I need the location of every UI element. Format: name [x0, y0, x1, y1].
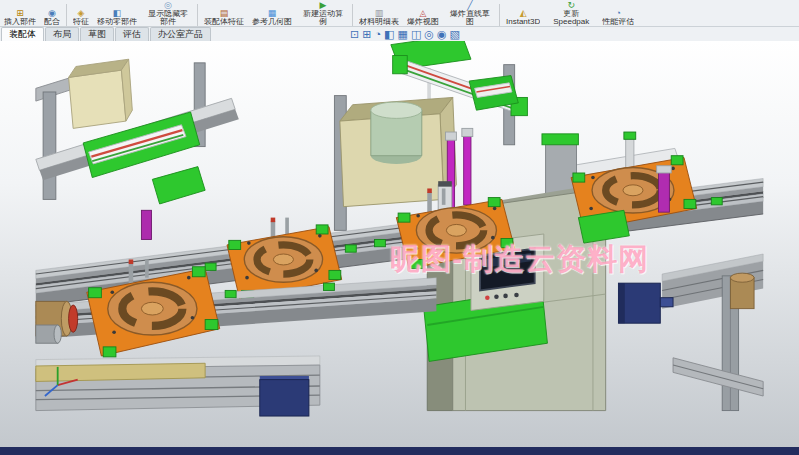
tab-office-products[interactable]: 办公室产品 — [150, 27, 211, 41]
exploded-view-icon: ◬ — [420, 9, 427, 18]
ribbon-separator — [66, 4, 67, 26]
section-view-icon[interactable]: ◧ — [384, 27, 394, 41]
insert-component-button[interactable]: ⊞ 插入部件 — [0, 0, 40, 26]
bottom-bar — [0, 447, 799, 455]
display-style-icon[interactable]: ◫ — [411, 27, 421, 41]
explode-line-sketch-icon: ╱ — [467, 1, 472, 10]
navy-electrical-box-left[interactable] — [260, 376, 309, 416]
features-icon: ◈ — [78, 9, 85, 18]
previous-view-icon[interactable]: ◔ — [374, 27, 381, 41]
edit-appearance-icon[interactable]: ◉ — [437, 27, 447, 41]
bottom-right-conveyor[interactable] — [662, 254, 763, 411]
new-motion-study-button[interactable]: ▶ 新建运动算例 — [296, 0, 350, 26]
move-component-button[interactable]: ◧ 移动零部件 — [93, 0, 141, 26]
ribbon-separator — [499, 4, 500, 26]
update-speedpak-button[interactable]: ↻ 更新 Speedpak — [544, 0, 598, 26]
mate-icon: ◉ — [48, 9, 56, 18]
assembly-features-icon: ▤ — [220, 9, 229, 18]
performance-evaluation-button[interactable]: ◔ 性能评估 — [598, 0, 638, 26]
graphics-viewport[interactable]: 昵图-制造云资料网 — [0, 41, 799, 447]
zoom-area-icon[interactable]: ⊞ — [362, 27, 371, 41]
ribbon-separator — [352, 4, 353, 26]
tab-layout[interactable]: 布局 — [45, 27, 79, 41]
apply-scene-icon[interactable]: ▧ — [450, 27, 460, 41]
ribbon-toolbar: ⊞ 插入部件 ◉ 配合 ◈ 特征 ◧ 移动零部件 ◎ 显示隐藏零部件 ▤ 装配体… — [0, 0, 799, 27]
ribbon-separator — [197, 4, 198, 26]
show-hidden-components-icon: ◎ — [164, 1, 172, 10]
view-orientation-icon[interactable]: ▦ — [398, 27, 408, 41]
tab-assembly[interactable]: 装配体 — [1, 27, 44, 41]
bill-of-materials-icon: ▥ — [375, 9, 384, 18]
hide-show-items-icon[interactable]: ◎ — [424, 27, 434, 41]
bill-of-materials-button[interactable]: ▥ 材料明细表 — [355, 0, 403, 26]
solidworks-window: ⊞ 插入部件 ◉ 配合 ◈ 特征 ◧ 移动零部件 ◎ 显示隐藏零部件 ▤ 装配体… — [0, 0, 799, 455]
assembly-features-button[interactable]: ▤ 装配体特征 — [200, 0, 248, 26]
control-screen[interactable] — [480, 249, 535, 291]
tab-row: 装配体 布局 草图 评估 办公室产品 ⊡ ⊞ ◔ ◧ ▦ ◫ ◎ ◉ ▧ — [0, 27, 799, 41]
assembly-3d-model[interactable] — [0, 41, 799, 447]
tab-sketch[interactable]: 草图 — [80, 27, 114, 41]
instant3d-button[interactable]: ◭ Instant3D — [502, 0, 544, 26]
move-component-icon: ◧ — [113, 9, 122, 18]
left-edge-cylinder[interactable] — [36, 301, 78, 343]
performance-evaluation-icon: ◔ — [616, 9, 621, 18]
left-station[interactable] — [36, 59, 239, 239]
reference-geometry-icon: ▦ — [268, 9, 277, 18]
exploded-view-button[interactable]: ◬ 爆炸视图 — [403, 0, 443, 26]
headsup-view-toolbar: ⊡ ⊞ ◔ ◧ ▦ ◫ ◎ ◉ ▧ — [350, 27, 460, 41]
explode-line-sketch-button[interactable]: ╱ 爆炸直线草图 — [443, 0, 497, 26]
mate-button[interactable]: ◉ 配合 — [40, 0, 64, 26]
instant3d-icon: ◭ — [520, 9, 527, 18]
show-hidden-components-button[interactable]: ◎ 显示隐藏零部件 — [141, 0, 195, 26]
features-button[interactable]: ◈ 特征 — [69, 0, 93, 26]
insert-component-icon: ⊞ — [16, 9, 24, 18]
tab-evaluate[interactable]: 评估 — [115, 27, 149, 41]
new-motion-study-icon: ▶ — [320, 1, 327, 10]
reference-geometry-button[interactable]: ▦ 参考几何图 — [248, 0, 296, 26]
update-speedpak-icon: ↻ — [567, 1, 575, 10]
zoom-fit-icon[interactable]: ⊡ — [350, 27, 359, 41]
